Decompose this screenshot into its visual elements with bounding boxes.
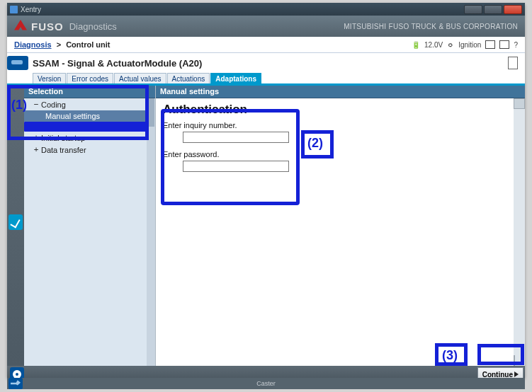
tree-node-coding[interactable]: − Coding [24, 98, 155, 110]
fuso-logo-icon [14, 20, 27, 33]
tree-label-initial-startup: Initial startup [41, 134, 85, 142]
tree-node-data-transfer[interactable]: + Data transfer [24, 144, 155, 156]
tab-adaptations[interactable]: Adaptations [210, 73, 261, 83]
app-header: FUSO Diagnostics MITSUBISHI FUSO TRUCK &… [7, 16, 525, 37]
content-header: Manual settings [156, 86, 525, 98]
app-window: Xentry FUSO Diagnostics MITSUBISHI FUSO … [7, 3, 525, 378]
help-icon[interactable]: ? [514, 41, 518, 49]
workspace: Selection − Coding Manual settings + Ini… [7, 86, 525, 366]
document-icon[interactable] [508, 57, 518, 69]
app-icon [10, 6, 18, 13]
module-title: SSAM - Signal & ActuatorModule (A20) [33, 58, 202, 69]
collapse-icon[interactable]: − [33, 100, 40, 109]
titlebar: Xentry [7, 3, 525, 16]
expand-icon[interactable]: + [33, 133, 40, 142]
battery-icon: 🔋 [412, 41, 420, 49]
inquiry-label: Enter inquiry number. [163, 121, 506, 129]
breadcrumb-link-diagnosis[interactable]: Diagnosis [14, 40, 52, 49]
content-panel: Manual settings Authentication Enter inq… [156, 86, 525, 366]
tree-label-data-transfer: Data transfer [41, 146, 86, 154]
maximize-button[interactable] [484, 5, 502, 14]
selection-panel: Selection − Coding Manual settings + Ini… [24, 86, 156, 366]
ignition-text: Ignition [458, 41, 481, 49]
wizard-icon[interactable] [499, 40, 509, 49]
diagnostics-tool-icon[interactable] [9, 214, 23, 230]
ecu-icon [7, 56, 28, 70]
tree-label-manual-settings: Manual settings [45, 112, 100, 120]
scroll-up-button[interactable] [514, 98, 525, 109]
auth-title: Authentication [163, 103, 506, 117]
titlebar-text: Xentry [21, 6, 41, 13]
ignition-icon: ⭘ [447, 41, 454, 49]
breadcrumb-sep: > [55, 40, 64, 49]
print-icon[interactable] [485, 40, 495, 49]
corporation-text: MITSUBISHI FUSO TRUCK & BUS CORPORATION [344, 23, 518, 30]
tab-actuations[interactable]: Actuations [167, 73, 210, 83]
tab-error-codes[interactable]: Error codes [67, 73, 113, 83]
inquiry-input[interactable] [183, 132, 289, 143]
content-scrollbar[interactable] [514, 98, 525, 366]
breadcrumb: Diagnosis > Control unit 🔋 12.0V ⭘ Ignit… [7, 37, 525, 52]
tab-version[interactable]: Version [33, 73, 66, 83]
play-icon [514, 371, 519, 377]
module-row: SSAM - Signal & ActuatorModule (A20) [7, 53, 525, 73]
scroll-thumb[interactable] [147, 98, 154, 127]
tree-label-coding: Coding [41, 100, 66, 109]
footer-strip: Caster [7, 378, 525, 389]
close-button[interactable] [504, 5, 522, 14]
brand-section: Diagnostics [69, 21, 117, 32]
tree-scrollbar[interactable] [147, 98, 155, 366]
expand-icon[interactable]: + [33, 145, 40, 154]
tree-node-manual-settings[interactable]: Manual settings [24, 110, 155, 122]
voltage-text: 12.0V [424, 41, 443, 49]
minimize-button[interactable] [464, 5, 482, 14]
module-tabs: Version Error codes Actual values Actuat… [7, 73, 525, 86]
content-body: Authentication Enter inquiry number. Ent… [156, 98, 514, 366]
scroll-down-button[interactable] [514, 355, 515, 366]
selection-header: Selection [24, 86, 155, 98]
brand-name: FUSO [31, 21, 64, 33]
password-input[interactable] [183, 161, 289, 172]
password-label: Enter password. [163, 150, 506, 158]
continue-label: Continue [482, 371, 513, 379]
selection-tree: − Coding Manual settings + Initial start… [24, 98, 155, 366]
footer-text: Caster [256, 380, 276, 387]
activity-bar [7, 86, 24, 366]
breadcrumb-current: Control unit [66, 40, 110, 49]
tab-actual-values[interactable]: Actual values [114, 73, 166, 83]
wrench-icon[interactable] [9, 378, 23, 389]
tree-node-initial-startup[interactable]: + Initial startup [24, 132, 155, 144]
tree-node-obscured[interactable] [24, 122, 155, 132]
